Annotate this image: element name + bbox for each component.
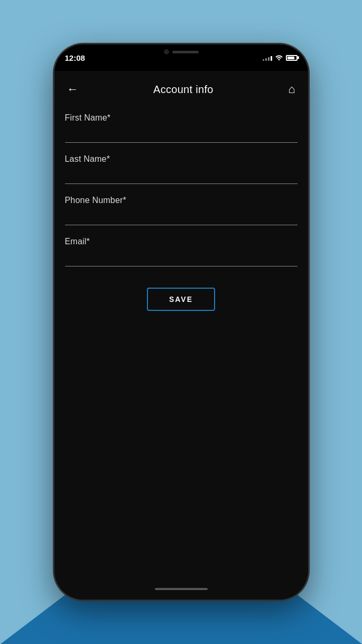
phone-number-input[interactable] [65, 209, 298, 225]
home-button[interactable]: ⌂ [286, 80, 297, 98]
first-name-input[interactable] [65, 127, 298, 143]
status-bar: 12:08 [54, 44, 308, 71]
first-name-field-group: First Name* [65, 113, 298, 143]
account-info-form: First Name* Last Name* Phone Number* Ema… [54, 108, 308, 578]
back-button[interactable]: ← [65, 80, 81, 98]
last-name-input[interactable] [65, 168, 298, 184]
status-time: 12:08 [65, 53, 85, 62]
camera-dot [164, 49, 169, 54]
email-field-group: Email* [65, 237, 298, 266]
home-indicator [155, 588, 208, 590]
save-button-wrapper: SAVE [65, 288, 298, 311]
battery-fill [287, 57, 295, 59]
scene: 12:08 [0, 0, 362, 644]
save-button[interactable]: SAVE [147, 288, 215, 311]
signal-icon [263, 54, 272, 61]
notch [144, 44, 218, 59]
battery-icon [286, 55, 298, 61]
last-name-label: Last Name* [65, 154, 298, 164]
speaker-grill [172, 51, 199, 53]
phone-shell: 12:08 [54, 44, 308, 600]
phone-screen: ← Account info ⌂ First Name* Last Name* … [54, 71, 308, 600]
wifi-icon [275, 54, 283, 62]
app-header: ← Account info ⌂ [54, 71, 308, 108]
email-label: Email* [65, 237, 298, 246]
email-input[interactable] [65, 251, 298, 266]
phone-number-label: Phone Number* [65, 196, 298, 205]
phone-bottom-bar [54, 578, 308, 600]
first-name-label: First Name* [65, 113, 298, 123]
phone-number-field-group: Phone Number* [65, 196, 298, 225]
last-name-field-group: Last Name* [65, 154, 298, 184]
status-icons [263, 54, 298, 62]
page-title: Account info [153, 84, 214, 96]
